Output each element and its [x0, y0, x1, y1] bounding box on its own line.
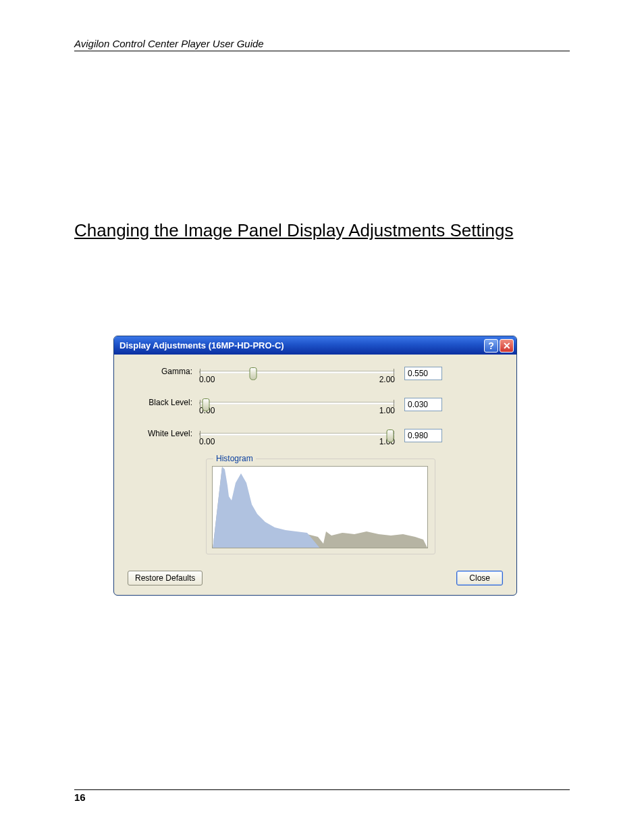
- close-icon: ✕: [503, 340, 511, 351]
- white-level-min: 0.00: [199, 437, 215, 446]
- help-icon: ?: [488, 340, 494, 351]
- gamma-thumb[interactable]: [250, 367, 257, 380]
- close-window-button[interactable]: ✕: [500, 339, 514, 353]
- white-level-label: White Level:: [126, 427, 199, 438]
- gamma-slider[interactable]: [199, 371, 395, 373]
- black-level-thumb[interactable]: [202, 398, 209, 411]
- black-level-max: 1.00: [379, 406, 395, 415]
- white-level-input[interactable]: [404, 429, 442, 442]
- histogram-chart: [213, 467, 428, 548]
- titlebar: Display Adjustments (16MP-HD-PRO-C) ? ✕: [114, 336, 516, 355]
- slider-tick: [200, 369, 200, 376]
- slider-tick: [200, 400, 200, 407]
- restore-defaults-button[interactable]: Restore Defaults: [128, 571, 203, 585]
- page-number: 16: [74, 789, 570, 803]
- histogram-canvas: [212, 466, 428, 548]
- black-level-label: Black Level:: [126, 396, 199, 407]
- section-title: Changing the Image Panel Display Adjustm…: [74, 220, 570, 241]
- black-level-row: Black Level: 0.00 1.00: [126, 396, 504, 415]
- dialog-title: Display Adjustments (16MP-HD-PRO-C): [119, 340, 483, 350]
- display-adjustments-dialog: Display Adjustments (16MP-HD-PRO-C) ? ✕ …: [113, 336, 517, 596]
- doc-header: Avigilon Control Center Player User Guid…: [74, 38, 570, 51]
- svg-marker-1: [213, 467, 321, 548]
- gamma-row: Gamma: 0.00 2.00: [126, 365, 504, 384]
- black-level-input[interactable]: [404, 398, 442, 411]
- dialog-button-row: Restore Defaults Close: [126, 571, 504, 585]
- slider-tick: [394, 369, 394, 376]
- white-level-row: White Level: 0.00 1.00: [126, 427, 504, 446]
- black-level-slider[interactable]: [199, 402, 395, 405]
- close-button[interactable]: Close: [456, 571, 503, 585]
- gamma-input[interactable]: [404, 367, 442, 380]
- white-level-thumb[interactable]: [387, 429, 394, 442]
- gamma-min: 0.00: [199, 375, 215, 384]
- help-button[interactable]: ?: [484, 339, 498, 353]
- histogram-group: Histogram: [206, 459, 435, 554]
- slider-tick: [200, 431, 200, 438]
- white-level-slider[interactable]: [199, 433, 395, 436]
- slider-tick: [394, 400, 394, 407]
- histogram-legend: Histogram: [213, 454, 256, 463]
- gamma-label: Gamma:: [126, 365, 199, 376]
- gamma-max: 2.00: [379, 375, 395, 384]
